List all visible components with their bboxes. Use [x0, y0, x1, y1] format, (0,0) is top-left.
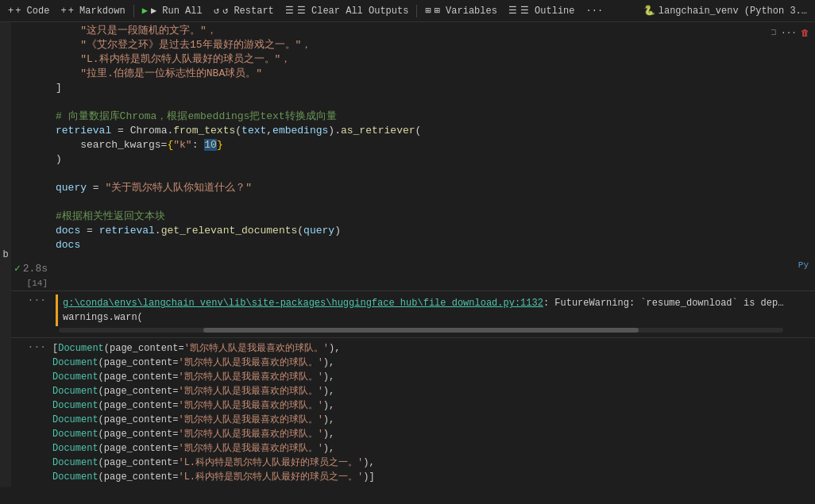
env-badge[interactable]: 🐍 langchain_venv (Python 3.…: [639, 3, 812, 18]
exec-info: ✓ 2.8s: [14, 260, 48, 276]
punct-token: .: [155, 225, 161, 237]
cell-gutter: ✓ 2.8s: [11, 22, 52, 276]
var-token: embedings: [272, 125, 328, 137]
stderr-output: ··· g:\conda\envs\langchain_venv\lib\sit…: [11, 291, 815, 337]
var-token: text: [241, 125, 266, 137]
run-all-icon: ▶: [142, 5, 148, 17]
variables-icon: ⊞: [425, 5, 431, 17]
stdout-line: Document(page_content='凯尔特人队是我最喜欢的球队。'),: [52, 370, 771, 384]
code-line: ): [52, 152, 771, 167]
code-line: search_kwargs={"k": 10}: [52, 138, 771, 152]
code-line: "L.科内特是凯尔特人队最好的球员之一。"，: [52, 52, 771, 67]
more-icon: ···: [586, 6, 604, 17]
stdout-line: Document(page_content='L.科内特是凯尔特人队最好的球员之…: [52, 470, 771, 484]
main-content: b ✓ 2.8s "这只是一段随机的文字。"， "《艾尔登之环》是过去15年最好…: [0, 22, 815, 487]
stderr-line-1: g:\conda\envs\langchain_venv\lib\site-pa…: [63, 296, 783, 310]
plain-token: :: [192, 139, 205, 151]
stdout-line: Document(page_content='凯尔特人队是我最喜欢的球队。'),: [52, 427, 771, 441]
restart-label: ↺ Restart: [222, 5, 274, 17]
punct-token: (: [297, 225, 303, 237]
code-line: "拉里.伯德是一位标志性的NBA球员。": [52, 67, 771, 81]
exec-number-row: [14]: [11, 276, 815, 290]
run-all-label: ▶ Run All: [151, 5, 203, 17]
plain-token: =: [80, 225, 98, 237]
stdout-output: ··· [Document(page_content='凯尔特人队是我最喜欢的球…: [11, 338, 815, 487]
stderr-gutter: ···: [11, 291, 52, 337]
stdout-content: [Document(page_content='凯尔特人队是我最喜欢的球队。')…: [52, 338, 771, 487]
plus-md-icon: +: [60, 6, 66, 17]
outline-label: ☰ Outline: [520, 5, 575, 17]
stdout-line: [Document(page_content='凯尔特人队是我最喜欢的球队。')…: [52, 341, 771, 356]
var-token: query: [56, 182, 87, 194]
left-sidebar: b: [0, 22, 11, 487]
punct-token: (: [235, 125, 241, 137]
class-token: Chroma: [130, 125, 168, 137]
stdout-right-spacer: [771, 338, 815, 487]
sidebar-b-label: b: [2, 249, 8, 260]
exec-spacer: [52, 276, 815, 290]
run-all-button[interactable]: ▶ ▶ Run All: [137, 3, 207, 18]
code-line: # 向量数据库Chroma，根据embeddings把text转换成向量: [52, 110, 771, 124]
stderr-line-2: warnings.warn(: [63, 310, 783, 325]
delete-cell-button[interactable]: 🗑: [798, 25, 812, 40]
stderr-right-spacer: [790, 291, 815, 337]
bracket-token: }: [217, 139, 223, 151]
exec-number: [14]: [27, 279, 48, 288]
variables-button[interactable]: ⊞ ⊞ Variables: [420, 3, 501, 18]
code-line: docs = retrieval.get_relevant_documents(…: [52, 224, 771, 238]
var-token: docs: [56, 239, 80, 251]
stderr-content: g:\conda\envs\langchain_venv\lib\site-pa…: [52, 291, 790, 337]
code-cell: ✓ 2.8s "这只是一段随机的文字。"， "《艾尔登之环》是过去15年最好的游…: [11, 22, 815, 276]
comment-token: # 向量数据库Chroma，根据embeddings把text转换成向量: [56, 110, 337, 122]
string-token: "k": [173, 139, 191, 151]
more-cell-button[interactable]: ···: [782, 25, 796, 40]
plain-token: =: [111, 125, 129, 137]
code-line: [52, 195, 771, 210]
more-button[interactable]: ···: [581, 4, 608, 18]
variables-label: ⊞ Variables: [435, 5, 497, 17]
stderr-ellipsis: ···: [28, 294, 46, 306]
exec-number-gutter: [14]: [11, 276, 52, 290]
restart-icon: ↺: [214, 5, 219, 17]
stdout-ellipsis: ···: [28, 341, 46, 353]
func-token: get_relevant_documents: [161, 225, 298, 237]
comment-token: #根据相关性返回文本块: [56, 210, 165, 222]
stdout-line: Document(page_content='凯尔特人队是我最喜欢的球队。'),: [52, 441, 771, 456]
string-token: "L.科内特是凯尔特人队最好的球员之一。"，: [56, 53, 291, 65]
clear-label: ☰ Clear All Outputs: [297, 5, 409, 17]
stdout-gutter: ···: [11, 338, 52, 487]
stdout-line: Document(page_content='凯尔特人队是我最喜欢的球队。'),: [52, 356, 771, 370]
sep2: [416, 5, 417, 17]
punct-token: ).: [328, 125, 341, 137]
code-line: docs: [52, 238, 771, 252]
markdown-label: + Markdown: [68, 6, 126, 17]
stderr-block: g:\conda\envs\langchain_venv\lib\site-pa…: [56, 294, 786, 326]
code-editor[interactable]: "这只是一段随机的文字。"， "《艾尔登之环》是过去15年最好的游戏之一。"， …: [52, 22, 771, 276]
punct-token: ,: [266, 125, 272, 137]
outline-button[interactable]: ☰ ☰ Outline: [504, 3, 580, 18]
exec-time: 2.8s: [23, 263, 48, 275]
restart-button[interactable]: ↺ ↺ Restart: [209, 3, 279, 18]
notebook-area: ✓ 2.8s "这只是一段随机的文字。"， "《艾尔登之环》是过去15年最好的游…: [11, 22, 815, 487]
var-token: docs: [56, 225, 80, 237]
language-badge: Py: [798, 260, 812, 273]
clear-outputs-button[interactable]: ☰ ☰ Clear All Outputs: [280, 3, 414, 18]
add-code-button[interactable]: + + Code: [3, 4, 54, 18]
add-markdown-button[interactable]: + + Markdown: [56, 4, 129, 18]
outline-icon: ☰: [508, 5, 517, 17]
code-line: query = "关于凯尔特人队你知道什么？": [52, 181, 771, 195]
func-token: as_retriever: [341, 125, 415, 137]
cell-right-controls: ◀◀ ▶ ▶▶ □ ··· 🗑 Py: [771, 22, 815, 276]
punct-token: ]: [56, 82, 62, 94]
env-label: langchain_venv (Python 3.…: [659, 6, 807, 17]
func-token: from_texts: [173, 125, 235, 137]
var-token: query: [303, 225, 334, 237]
clear-icon: ☰: [285, 5, 294, 17]
scrollbar-thumb[interactable]: [203, 328, 638, 333]
horizontal-scrollbar[interactable]: [59, 328, 783, 333]
stdout-line: Document(page_content='凯尔特人队是我最喜欢的球队。'),: [52, 384, 771, 398]
code-line: [52, 167, 771, 181]
code-line: "《艾尔登之环》是过去15年最好的游戏之一。"，: [52, 38, 771, 52]
stdout-line: Document(page_content='凯尔特人队是我最喜欢的球队。'),: [52, 398, 771, 413]
string-token: "关于凯尔特人队你知道什么？": [105, 182, 252, 194]
